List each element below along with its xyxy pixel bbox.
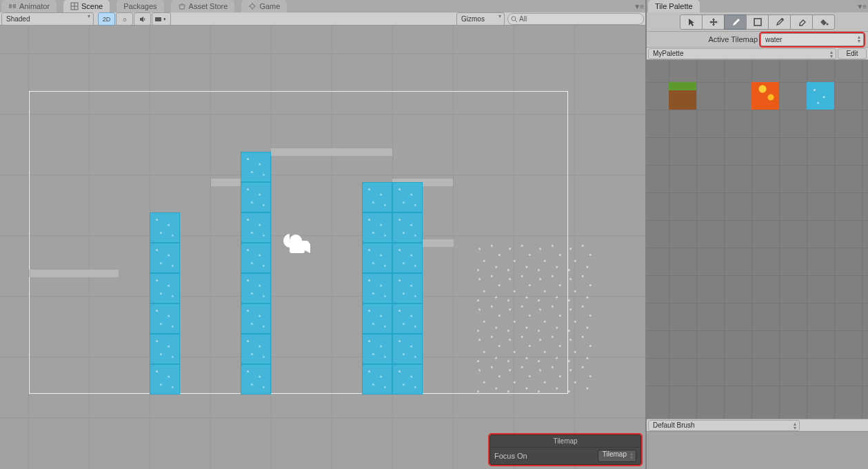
palette-tile-lava[interactable]: [751, 82, 779, 110]
picker-icon: [775, 17, 785, 27]
tab-asset-store[interactable]: Asset Store: [171, 0, 235, 12]
overlay-title: Tilemap: [490, 435, 640, 447]
dropdown-arrow-icon: ▴▾: [830, 50, 833, 59]
tab-packages[interactable]: Packages: [117, 0, 163, 12]
edit-label: Edit: [846, 50, 858, 57]
palette-subbar: MyPalette ▴▾ Edit: [647, 48, 868, 60]
focus-on-label: Focus On: [494, 452, 527, 460]
platform-bar: [271, 148, 392, 156]
brush-dropdown[interactable]: Default Brush ▴▾: [648, 420, 800, 431]
tab-label: Animator: [19, 2, 50, 10]
tool-fill[interactable]: [812, 14, 835, 30]
palette-tile-water[interactable]: [807, 82, 834, 110]
brush-icon: [731, 17, 740, 27]
tool-paint[interactable]: [724, 14, 747, 30]
dropdown-arrow-icon: ▴▾: [630, 452, 633, 460]
toggle-2d-label: 2D: [103, 16, 111, 23]
gizmos-label: Gizmos: [461, 15, 485, 23]
toggle-effects[interactable]: ▾: [152, 12, 171, 26]
active-tilemap-value: water: [765, 36, 782, 43]
brush-inspector: [647, 431, 868, 469]
tab-label: Tile Palette: [655, 2, 693, 10]
tool-box[interactable]: [746, 14, 769, 30]
camera-gizmo-icon: [283, 234, 313, 257]
tab-label: Game: [259, 2, 280, 10]
palette-name: MyPalette: [653, 50, 683, 57]
tool-select[interactable]: [680, 14, 703, 30]
scene-view[interactable]: Tilemap Focus On Tilemap ▴▾: [0, 26, 645, 469]
tab-label: Scene: [81, 2, 103, 10]
toggle-audio[interactable]: [134, 12, 151, 26]
svg-point-13: [826, 23, 828, 25]
shading-value: Shaded: [6, 15, 30, 23]
shading-dropdown[interactable]: Shaded ▾: [1, 12, 94, 26]
tab-tile-palette[interactable]: Tile Palette: [648, 0, 700, 12]
animator-icon: [8, 2, 17, 10]
palette-canvas[interactable]: [647, 60, 868, 419]
scene-toolbar: Shaded ▾ 2D ☼ ▾ Gizmos ▾ All: [0, 12, 645, 26]
tab-animator[interactable]: Animator: [1, 0, 57, 12]
game-icon: [248, 2, 256, 10]
svg-rect-10: [290, 243, 305, 253]
audio-icon: [139, 15, 147, 23]
tilemap-overlay: Tilemap Focus On Tilemap ▴▾: [489, 435, 641, 465]
tab-game[interactable]: Game: [241, 0, 287, 12]
tool-erase[interactable]: [790, 14, 813, 30]
active-tilemap-dropdown[interactable]: water ▴▾: [760, 33, 864, 46]
brush-value: Default Brush: [653, 421, 695, 429]
panel-options-icon[interactable]: ▼≡: [634, 3, 643, 10]
search-icon: [511, 16, 518, 23]
focus-on-value: Tilemap: [603, 450, 627, 458]
lighting-icon: ☼: [121, 16, 127, 23]
tab-label: Packages: [123, 2, 157, 10]
toggle-2d[interactable]: 2D: [98, 12, 115, 26]
svg-point-6: [250, 4, 254, 8]
panel-options-icon[interactable]: ▼≡: [856, 3, 866, 10]
scene-search[interactable]: All: [507, 13, 644, 25]
svg-point-12: [781, 18, 783, 20]
svg-rect-7: [155, 17, 161, 21]
dropdown-arrow-icon: ▴▾: [794, 422, 796, 430]
search-placeholder: All: [519, 15, 527, 23]
asset-store-icon: [178, 2, 186, 10]
tool-move[interactable]: [702, 14, 725, 30]
dropdown-arrow-icon: ▴▾: [858, 35, 860, 43]
palette-tile-grass[interactable]: [669, 82, 696, 110]
dropdown-arrow-icon: ▾: [498, 14, 501, 19]
box-icon: [753, 17, 763, 27]
toggle-lighting[interactable]: ☼: [116, 12, 133, 26]
brush-bar: Default Brush ▴▾: [647, 419, 868, 431]
platform-bar: [29, 270, 119, 277]
tab-label: Asset Store: [189, 2, 228, 10]
palette-grid: [647, 60, 868, 419]
eraser-icon: [797, 17, 807, 27]
svg-rect-11: [754, 19, 761, 26]
effects-icon: [154, 15, 163, 23]
svg-rect-1: [13, 4, 16, 8]
svg-line-9: [515, 20, 517, 22]
gizmos-dropdown[interactable]: Gizmos ▾: [456, 12, 505, 26]
move-icon: [709, 17, 718, 27]
fill-icon: [819, 17, 829, 27]
active-tilemap-row: Active Tilemap water ▴▾: [647, 32, 868, 48]
palette-tabstrip: Tile Palette ▼≡: [647, 0, 868, 12]
scene-tabstrip: Animator Scene Packages Asset Store Game…: [0, 0, 645, 12]
palette-edit-button[interactable]: Edit: [838, 48, 867, 59]
dropdown-arrow-icon: ▾: [88, 14, 90, 19]
tool-picker[interactable]: [768, 14, 791, 30]
palette-toolbar: [647, 12, 868, 32]
svg-rect-0: [9, 4, 12, 8]
tab-scene[interactable]: Scene: [63, 0, 110, 12]
active-tilemap-label: Active Tilemap: [708, 35, 758, 43]
cursor-icon: [687, 17, 696, 27]
palette-name-dropdown[interactable]: MyPalette ▴▾: [648, 48, 836, 59]
scene-icon: [70, 2, 79, 10]
focus-on-dropdown[interactable]: Tilemap ▴▾: [598, 450, 636, 462]
